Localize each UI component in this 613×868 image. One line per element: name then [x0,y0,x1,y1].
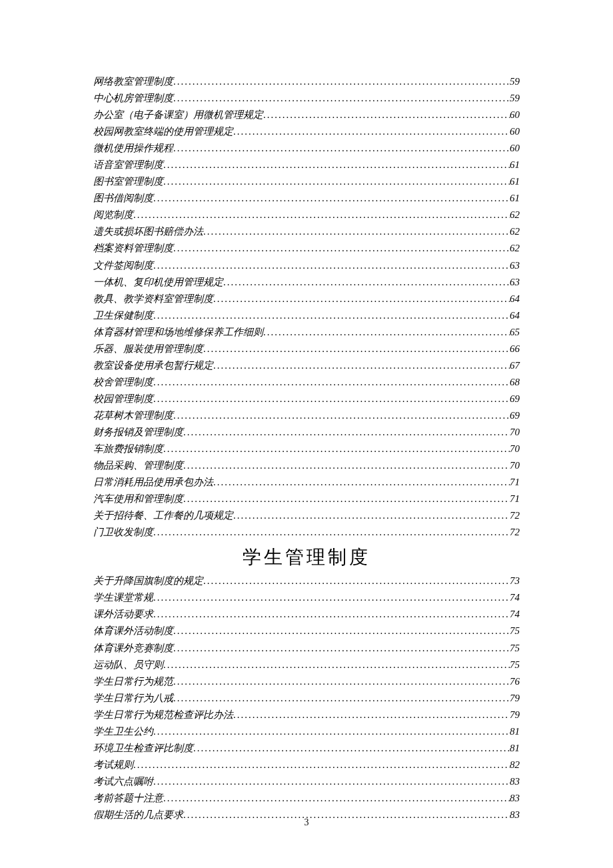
toc-dot-leader [173,407,510,424]
toc-entry: 图书借阅制度61 [93,190,520,207]
toc-entry-title: 卫生保健制度 [93,307,153,324]
toc-entry: 关于招待餐、工作餐的几项规定72 [93,507,520,524]
toc-entry: 学生日常行为规范76 [93,673,520,690]
toc-entry-page: 62 [510,223,520,240]
toc-entry-page: 61 [510,190,520,207]
toc-dot-leader [183,457,510,474]
section-heading: 学生管理制度 [93,545,520,570]
toc-entry: 花草树木管理制度69 [93,407,520,424]
table-of-contents: 网络教室管理制度59中心机房管理制度59办公室（电子备课室）用微机管理规定60校… [93,73,520,823]
toc-entry-page: 61 [510,157,520,173]
toc-entry: 财务报销及管理制度70 [93,424,520,441]
toc-entry-title: 体育器材管理和场地维修保养工作细则 [93,324,263,341]
toc-dot-leader [233,507,510,524]
toc-entry-title: 网络教室管理制度 [93,73,173,90]
toc-dot-leader [203,573,510,589]
toc-entry-title: 关于招待餐、工作餐的几项规定 [93,507,233,524]
toc-dot-leader [173,90,510,107]
toc-entry-title: 遗失或损坏图书赔偿办法 [93,223,203,240]
toc-entry: 学生卫生公约81 [93,723,520,740]
toc-entry-page: 69 [510,391,520,407]
toc-entry: 一体机、复印机使用管理规定63 [93,274,520,291]
toc-entry-title: 一体机、复印机使用管理规定 [93,274,223,291]
toc-entry: 校园网教室终端的使用管理规定60 [93,123,520,140]
toc-entry-title: 日常消耗用品使用承包办法 [93,474,213,491]
toc-entry-page: 61 [510,173,520,190]
toc-dot-leader [133,757,510,773]
toc-entry-title: 运动队、员守则 [93,657,163,673]
toc-entry: 乐器、服装使用管理制度66 [93,341,520,357]
toc-entry-page: 68 [510,374,520,391]
toc-entry-page: 70 [510,457,520,474]
toc-dot-leader [153,606,510,623]
toc-entry-page: 70 [510,441,520,457]
toc-dot-leader [213,291,510,307]
toc-entry-title: 乐器、服装使用管理制度 [93,341,203,357]
toc-entry: 网络教室管理制度59 [93,73,520,90]
toc-dot-leader [173,690,510,707]
toc-entry-title: 教室设备使用承包暂行规定 [93,357,213,374]
toc-entry-page: 71 [510,474,520,491]
toc-dot-leader [153,374,510,391]
toc-entry-title: 语音室管理制度 [93,157,163,173]
toc-entry-page: 73 [510,573,520,589]
toc-entry-page: 60 [510,140,520,157]
toc-dot-leader [263,107,510,123]
toc-entry: 关于升降国旗制度的规定73 [93,573,520,589]
toc-entry-page: 82 [510,757,520,773]
toc-entry-title: 学生日常行为规范检查评比办法 [93,707,233,723]
toc-entry-page: 59 [510,90,520,107]
toc-entry-page: 62 [510,240,520,257]
toc-entry-title: 中心机房管理制度 [93,90,173,107]
toc-entry-title: 关于升降国旗制度的规定 [93,573,203,589]
toc-entry: 校园管理制度69 [93,391,520,407]
toc-entry-title: 考前答题十注意 [93,790,163,807]
toc-dot-leader [173,140,510,157]
toc-entry: 遗失或损坏图书赔偿办法62 [93,223,520,240]
page-number: 3 [0,817,613,828]
toc-entry-page: 67 [510,357,520,374]
toc-entry: 学生日常行为八戒79 [93,690,520,707]
toc-dot-leader [153,723,510,740]
toc-dot-leader [233,707,510,723]
toc-entry-page: 83 [510,790,520,807]
toc-entry-page: 62 [510,207,520,223]
toc-entry-page: 60 [510,123,520,140]
toc-entry-page: 75 [510,640,520,657]
toc-entry: 语音室管理制度61 [93,157,520,173]
toc-entry: 车旅费报销制度70 [93,441,520,457]
toc-entry-title: 微机使用操作规程 [93,140,173,157]
toc-entry: 办公室（电子备课室）用微机管理规定60 [93,107,520,123]
toc-dot-leader [153,589,510,606]
toc-entry-page: 72 [510,507,520,524]
toc-entry-page: 66 [510,341,520,357]
toc-entry-title: 阅览制度 [93,207,133,223]
toc-entry: 课外活动要求74 [93,606,520,623]
toc-entry-title: 学生日常行为规范 [93,673,173,690]
toc-entry-page: 64 [510,307,520,324]
toc-entry: 运动队、员守则75 [93,657,520,673]
toc-entry-title: 课外活动要求 [93,606,153,623]
toc-dot-leader [173,673,510,690]
toc-dot-leader [263,324,510,341]
toc-dot-leader [183,424,510,441]
toc-entry: 体育课外活动制度75 [93,623,520,639]
toc-entry-page: 60 [510,107,520,123]
toc-entry: 教具、教学资料室管理制度64 [93,291,520,307]
toc-entry: 中心机房管理制度59 [93,90,520,107]
toc-entry-title: 图书借阅制度 [93,190,153,207]
toc-entry: 文件签阅制度63 [93,257,520,274]
toc-dot-leader [223,274,510,291]
toc-entry-page: 75 [510,623,520,639]
toc-entry-page: 81 [510,740,520,757]
toc-entry: 校舍管理制度68 [93,374,520,391]
toc-dot-leader [153,524,510,541]
toc-dot-leader [163,441,510,457]
toc-entry: 档案资料管理制度62 [93,240,520,257]
toc-entry: 微机使用操作规程60 [93,140,520,157]
toc-entry: 考试六点嘱咐83 [93,773,520,790]
toc-entry: 物品采购、管理制度70 [93,457,520,474]
toc-entry-page: 59 [510,73,520,90]
toc-entry-page: 76 [510,673,520,690]
toc-entry-page: 75 [510,657,520,673]
